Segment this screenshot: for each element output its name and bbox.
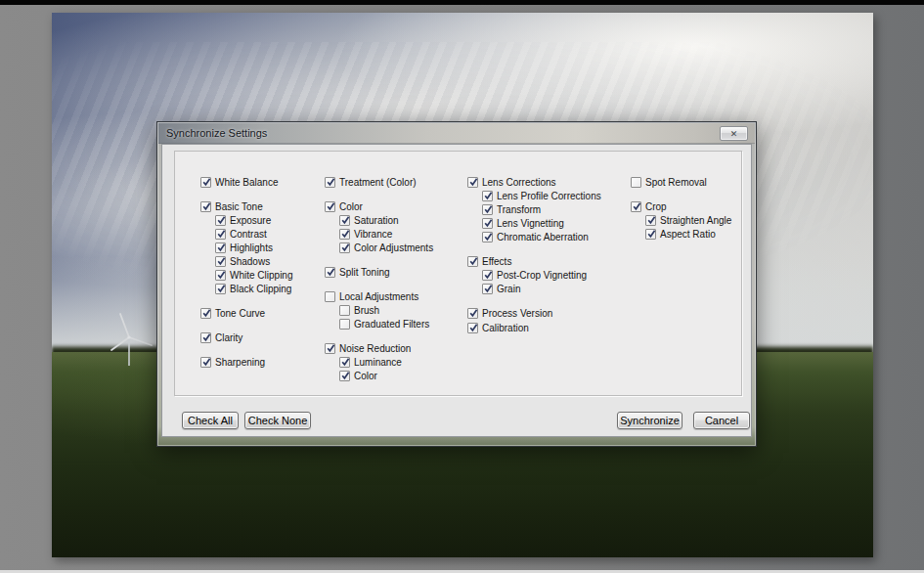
checkbox-item-tone-curve[interactable]: Tone Curve (200, 306, 292, 320)
tone-curve-checkbox[interactable] (200, 308, 211, 319)
check-all-button[interactable]: Check All (182, 412, 239, 429)
luminance-checkbox[interactable] (339, 357, 350, 368)
black-clipping-checkbox[interactable] (215, 284, 226, 294)
spot-removal-checkbox[interactable] (631, 177, 641, 188)
checkbox-item-straighten-angle[interactable]: Straighten Angle (631, 213, 731, 227)
shadows-checkbox[interactable] (215, 256, 226, 267)
close-button[interactable]: ✕ (720, 126, 748, 141)
crop-label: Crop (645, 201, 667, 212)
checkbox-item-basic-tone[interactable]: Basic Tone (200, 199, 292, 213)
clarity-checkbox[interactable] (200, 332, 211, 343)
sharpening-checkbox[interactable] (200, 357, 211, 368)
checkbox-item-shadows[interactable]: Shadows (200, 254, 292, 268)
checkbox-item-calibration[interactable]: Calibration (467, 321, 601, 334)
basic-tone-checkbox[interactable] (200, 201, 211, 212)
effects-checkbox[interactable] (467, 256, 478, 267)
crop-checkbox[interactable] (631, 201, 641, 212)
checkbox-item-process-version[interactable]: Process Version (467, 306, 601, 320)
checkbox-item-brush[interactable]: Brush (325, 303, 433, 317)
checkbox-item-clarity[interactable]: Clarity (200, 331, 292, 344)
checkbox-item-highlights[interactable]: Highlights (200, 241, 292, 254)
color-label: Color (354, 371, 377, 381)
synchronize-button[interactable]: Synchronize (617, 412, 682, 429)
checkbox-item-spot-removal[interactable]: Spot Removal (631, 175, 731, 189)
sharpening-label: Sharpening (215, 357, 265, 368)
checkbox-item-transform[interactable]: Transform (467, 202, 601, 216)
lens-profile-corrections-checkbox[interactable] (482, 191, 493, 201)
post-crop-vignetting-checkbox[interactable] (482, 270, 493, 281)
straighten-angle-checkbox[interactable] (645, 215, 656, 226)
calibration-checkbox[interactable] (467, 323, 478, 333)
white-clipping-checkbox[interactable] (215, 270, 226, 281)
cancel-button[interactable]: Cancel (693, 412, 750, 429)
aspect-ratio-checkbox[interactable] (645, 229, 656, 240)
checkbox-item-color-adjustments[interactable]: Color Adjustments (325, 241, 433, 254)
vibrance-checkbox[interactable] (339, 229, 350, 240)
checkbox-item-treatment-color[interactable]: Treatment (Color) (325, 175, 433, 189)
contrast-checkbox[interactable] (215, 229, 226, 240)
checkbox-item-grain[interactable]: Grain (467, 282, 601, 295)
dialog-titlebar[interactable]: Synchronize Settings ✕ (158, 123, 755, 144)
chromatic-aberration-checkbox[interactable] (482, 232, 493, 242)
checkbox-item-exposure[interactable]: Exposure (200, 213, 292, 227)
color-adjustments-checkbox[interactable] (339, 242, 350, 253)
checkbox-item-post-crop-vignetting[interactable]: Post-Crop Vignetting (467, 268, 601, 282)
shadows-label: Shadows (230, 256, 270, 267)
checkbox-item-sharpening[interactable]: Sharpening (200, 355, 292, 369)
noise-reduction-checkbox[interactable] (325, 343, 335, 354)
checkbox-item-vibrance[interactable]: Vibrance (325, 227, 433, 241)
treatment-color-checkbox[interactable] (325, 177, 335, 188)
basic-tone-label: Basic Tone (215, 201, 263, 212)
saturation-checkbox[interactable] (339, 215, 350, 226)
checkbox-item-luminance[interactable]: Luminance (325, 355, 433, 369)
white-balance-checkbox[interactable] (200, 177, 211, 188)
process-version-checkbox[interactable] (467, 308, 478, 319)
group-lens-corrections: Lens CorrectionsLens Profile Corrections… (467, 175, 601, 243)
grain-label: Grain (497, 284, 520, 294)
checkbox-item-lens-vignetting[interactable]: Lens Vignetting (467, 216, 601, 230)
exposure-checkbox[interactable] (215, 215, 226, 226)
checkbox-item-color[interactable]: Color (325, 199, 433, 213)
split-toning-checkbox[interactable] (325, 267, 335, 278)
dialog-body: White BalanceBasic ToneExposureContrastH… (161, 144, 752, 437)
graduated-filters-checkbox[interactable] (339, 319, 350, 330)
contrast-label: Contrast (230, 229, 267, 240)
settings-column-1: White BalanceBasic ToneExposureContrastH… (200, 175, 292, 369)
checkbox-item-local-adjustments[interactable]: Local Adjustments (325, 289, 433, 303)
brush-label: Brush (354, 305, 379, 316)
grain-checkbox[interactable] (482, 284, 493, 294)
checkbox-item-aspect-ratio[interactable]: Aspect Ratio (631, 227, 731, 241)
settings-panel: White BalanceBasic ToneExposureContrastH… (174, 151, 742, 396)
checkbox-item-black-clipping[interactable]: Black Clipping (200, 282, 292, 295)
checkbox-item-saturation[interactable]: Saturation (325, 213, 433, 227)
checkbox-item-white-clipping[interactable]: White Clipping (200, 268, 292, 282)
group-spot-removal: Spot Removal (631, 175, 731, 189)
process-version-label: Process Version (482, 308, 552, 319)
lens-vignetting-checkbox[interactable] (482, 218, 493, 229)
checkbox-item-graduated-filters[interactable]: Graduated Filters (325, 317, 433, 331)
check-none-button[interactable]: Check None (244, 412, 311, 429)
black-clipping-label: Black Clipping (230, 284, 291, 294)
checkbox-item-chromatic-aberration[interactable]: Chromatic Aberration (467, 230, 601, 243)
checkbox-item-noise-reduction[interactable]: Noise Reduction (325, 341, 433, 355)
transform-checkbox[interactable] (482, 204, 493, 215)
lens-vignetting-label: Lens Vignetting (497, 218, 564, 229)
top-black-strip (0, 0, 924, 5)
checkbox-item-split-toning[interactable]: Split Toning (325, 265, 433, 279)
color-checkbox[interactable] (339, 371, 350, 381)
checkbox-item-crop[interactable]: Crop (631, 199, 731, 213)
local-adjustments-checkbox[interactable] (325, 291, 335, 302)
checkbox-item-effects[interactable]: Effects (467, 254, 601, 268)
checkbox-item-white-balance[interactable]: White Balance (200, 175, 292, 189)
color-checkbox[interactable] (325, 201, 335, 212)
group-sharpening: Sharpening (200, 355, 292, 369)
checkbox-item-contrast[interactable]: Contrast (200, 227, 292, 241)
transform-label: Transform (497, 204, 541, 215)
checkbox-item-lens-corrections[interactable]: Lens Corrections (467, 175, 601, 189)
lens-corrections-checkbox[interactable] (467, 177, 478, 188)
checkbox-item-lens-profile-corrections[interactable]: Lens Profile Corrections (467, 189, 601, 202)
checkbox-item-color[interactable]: Color (325, 369, 433, 382)
brush-checkbox[interactable] (339, 305, 350, 316)
highlights-checkbox[interactable] (215, 242, 226, 253)
lens-corrections-label: Lens Corrections (482, 177, 556, 188)
